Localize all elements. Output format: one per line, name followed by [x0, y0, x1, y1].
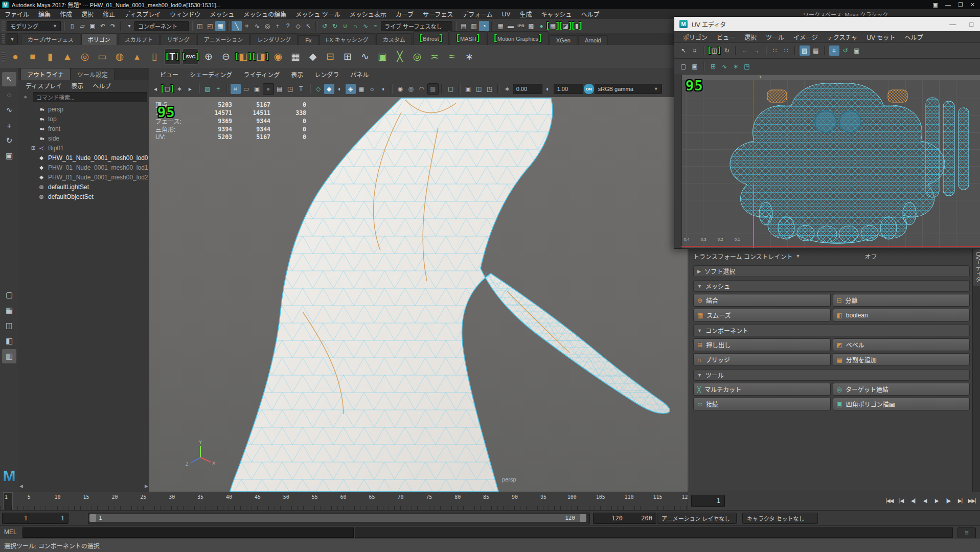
frame-number[interactable]: 100: [567, 494, 577, 500]
transform-constraint-value[interactable]: オフ: [864, 252, 877, 261]
snap-to-curve-icon[interactable]: ∿: [252, 21, 262, 31]
uv-distribute-add-icon[interactable]: ∷: [781, 45, 791, 56]
uv-image-display-icon[interactable]: ▨: [800, 45, 810, 56]
layout-outliner-persp-button[interactable]: ◧: [2, 334, 16, 348]
mtk-button-押し出し[interactable]: ⊞押し出し: [693, 338, 831, 351]
mtk-button-接続[interactable]: ≍接続: [693, 398, 831, 410]
frame-number[interactable]: 60: [340, 494, 347, 500]
time-clock-icon[interactable]: ◔: [479, 21, 489, 31]
frame-number[interactable]: 90: [512, 494, 518, 500]
frame-number[interactable]: 45: [255, 494, 261, 500]
go-to-end-button[interactable]: ▶▶|: [967, 494, 977, 507]
chevron-down-icon[interactable]: ▼: [796, 254, 801, 259]
range-start-handle[interactable]: [89, 514, 96, 522]
use-default-material-icon[interactable]: ▦: [356, 84, 367, 94]
uv-menu-イメージ[interactable]: イメージ: [789, 33, 823, 41]
step-forward-key-button[interactable]: |▶: [943, 494, 953, 507]
uv-select-shell-icon[interactable]: ▢: [678, 61, 689, 72]
layout-current-button[interactable]: ▥: [2, 349, 16, 363]
frame-ruler[interactable]: 1510152025303540455055606570758085909510…: [0, 492, 688, 511]
image-plane-icon[interactable]: ▨: [202, 84, 213, 94]
shelf-crease-tool-icon[interactable]: ◆: [305, 49, 321, 64]
shelf-connect-tool-icon[interactable]: ≍: [427, 49, 442, 64]
shelf-type-tool-icon[interactable]: T: [164, 49, 180, 65]
view-transform-selector[interactable]: sRGB gamma▼: [595, 84, 662, 94]
menu-メッシュ表示[interactable]: メッシュ表示: [345, 10, 391, 18]
snap-unknown-icon[interactable]: ?: [283, 21, 293, 31]
shelf-tab-MASH[interactable]: MASH: [450, 31, 486, 45]
current-frame-field[interactable]: 1: [691, 495, 725, 507]
mtk-button-ベベル[interactable]: ◩ベベル: [833, 338, 970, 351]
save-scene-button[interactable]: ▣: [87, 21, 98, 31]
menu-サーフェス[interactable]: サーフェス: [418, 10, 458, 18]
menu-メッシュ[interactable]: メッシュ: [205, 10, 239, 18]
hypershade-button[interactable]: ●: [536, 21, 546, 31]
grid-toggle-icon[interactable]: ⌗: [231, 84, 241, 94]
lock-camera-icon[interactable]: ▢: [161, 84, 174, 94]
uv-menu-ビュー[interactable]: ビュー: [712, 33, 740, 41]
mtk-section-コンポーネント[interactable]: ▼コンポーネント: [693, 325, 970, 336]
shelf-poly-cube-icon[interactable]: ■: [25, 49, 40, 64]
history-on-icon[interactable]: ∪: [340, 21, 350, 31]
shelf-node-editor-icon[interactable]: ∗: [462, 49, 477, 64]
mtk-button-ブリッジ[interactable]: ∩ブリッジ: [693, 353, 831, 366]
frame-number[interactable]: 115: [653, 494, 662, 500]
anti-alias-toggle-icon[interactable]: ◠: [417, 84, 427, 94]
mtk-section-ソフト選択[interactable]: ▶ソフト選択: [693, 265, 970, 277]
uv-canvas[interactable]: 1: [674, 75, 980, 248]
shelf-poly-cone-icon[interactable]: ▲: [60, 49, 75, 64]
frame-number[interactable]: 15: [83, 494, 89, 500]
outliner-tab-ツール設定[interactable]: ツール設定: [71, 68, 115, 80]
shelf-add-divisions-icon[interactable]: ▦: [288, 49, 303, 64]
menu-キャッシュ[interactable]: キャッシュ: [537, 10, 577, 18]
menu-メッシュ ツール[interactable]: メッシュ ツール: [291, 10, 345, 18]
frame-number[interactable]: 1: [5, 494, 8, 500]
shelf-poly-pipe-icon[interactable]: ▯: [147, 49, 162, 64]
shelf-tab-スカルプト[interactable]: スカルプト: [118, 33, 159, 45]
shelf-svg-tool-icon[interactable]: SVG: [183, 49, 199, 65]
image-capture-icon[interactable]: ◳: [485, 84, 495, 94]
outliner-item-PHW_01_Nude_0001_mesh00_lod0[interactable]: ◆PHW_01_Nude_0001_mesh00_lod0: [18, 153, 149, 163]
uv-distribute-icon[interactable]: ∷: [770, 45, 780, 56]
menu-編集[interactable]: 編集: [34, 10, 55, 18]
range-end-handle[interactable]: [580, 514, 586, 522]
isolate-select-icon[interactable]: ▢: [446, 84, 456, 94]
frame-number[interactable]: 25: [140, 494, 146, 500]
panel-menu-レンダラ[interactable]: レンダラ: [309, 70, 345, 81]
snap-to-plane-icon[interactable]: +: [272, 21, 283, 31]
frame-number[interactable]: 85: [483, 494, 489, 500]
contrast-icon[interactable]: ◐: [543, 84, 553, 94]
visor-icon[interactable]: ▥: [469, 21, 479, 31]
make-live-icon[interactable]: ▤: [459, 21, 469, 31]
outliner-item-side[interactable]: ■◂side: [18, 133, 149, 143]
frame-number[interactable]: 30: [169, 494, 175, 500]
frame-number[interactable]: 10: [55, 494, 61, 500]
frame-number[interactable]: 80: [454, 494, 461, 500]
uv-checker-display-icon[interactable]: ▦: [811, 45, 821, 56]
panel-menu-ライティング[interactable]: ライティング: [238, 70, 285, 81]
step-back-key-button[interactable]: ◀|: [908, 494, 918, 507]
wireframe-on-shaded-icon[interactable]: ◈: [346, 84, 356, 94]
uv-editor-titlebar[interactable]: M UV エディタ — □: [674, 17, 980, 31]
range-slider[interactable]: 1 120: [88, 513, 590, 524]
menu-生成[interactable]: 生成: [515, 10, 537, 18]
resolution-gate-icon[interactable]: ▣: [252, 84, 262, 94]
shelf-separate-icon[interactable]: ◨: [253, 49, 268, 64]
render-view-button[interactable]: ▦: [495, 21, 506, 31]
shelf-extrude-icon[interactable]: ⊞: [340, 49, 355, 64]
viewport-canvas[interactable]: Y X Z 頂点:520351670エッジ:1457114511338フェース:…: [149, 97, 688, 492]
outliner-item-persp[interactable]: ■◂persp: [18, 104, 149, 114]
smooth-shade-mode-icon[interactable]: ◆: [324, 84, 334, 94]
mtk-button-結合[interactable]: ⊕結合: [693, 294, 831, 307]
outliner-item-PHW_01_Nude_0001_mesh00_lod1[interactable]: ◆PHW_01_Nude_0001_mesh00_lod1: [18, 163, 149, 172]
view-transform-on-icon[interactable]: ON: [584, 84, 594, 94]
uv-flip-icon[interactable]: ◫: [708, 45, 721, 56]
shelf-target-weld-icon[interactable]: ◎: [409, 49, 425, 64]
outliner-scrollbar[interactable]: ◀▶: [19, 484, 148, 491]
layout-four-pane-button[interactable]: ▦: [2, 303, 16, 317]
textured-toggle-icon[interactable]: ▩: [427, 83, 439, 95]
lasso-select-tool[interactable]: ◌: [2, 87, 16, 102]
outliner-item-PHW_01_Nude_0001_mesh00_lod2[interactable]: ◆PHW_01_Nude_0001_mesh00_lod2: [18, 172, 149, 182]
select-hierarchy-mode-icon[interactable]: ◫: [195, 21, 205, 31]
outliner-menu-ディスプレイ[interactable]: ディスプレイ: [21, 81, 66, 90]
